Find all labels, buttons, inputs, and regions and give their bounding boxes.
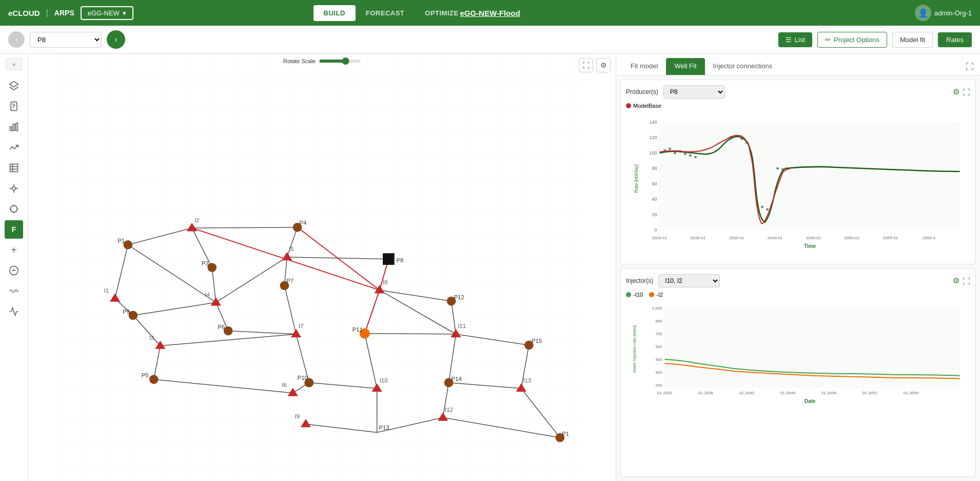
- producer-chart-icons: ⚙ ⛶: [953, 87, 970, 97]
- model-base-legend-label: ModelBase: [633, 103, 661, 109]
- svg-text:01-2056: 01-2056: [904, 391, 919, 395]
- svg-text:01-2052: 01-2052: [863, 391, 878, 395]
- svg-text:2050-01: 2050-01: [845, 236, 860, 240]
- sidebar-icon-wave[interactable]: [5, 282, 23, 300]
- svg-text:120: 120: [649, 135, 657, 140]
- svg-text:20: 20: [652, 212, 657, 217]
- producer-label: Producer(s): [626, 88, 658, 95]
- sidebar-icon-crosshair[interactable]: [5, 200, 23, 218]
- i10-legend: -I10: [626, 292, 643, 298]
- svg-text:01-2048: 01-2048: [821, 391, 837, 395]
- list-button[interactable]: ☰ List: [778, 32, 812, 47]
- user-name: admin-Org-1: [934, 9, 972, 17]
- rates-label: Rates: [946, 36, 964, 44]
- producer-chart-section: Producer(s) P8 ⚙ ⛶ ModelBase: [620, 80, 976, 264]
- svg-text:01-2036: 01-2036: [698, 391, 714, 395]
- producer-settings-icon[interactable]: ⚙: [953, 87, 959, 97]
- svg-point-74: [129, 311, 138, 320]
- injector-expand-icon[interactable]: ⛶: [963, 277, 970, 285]
- project-options-button[interactable]: ✏ Project Options: [817, 32, 887, 48]
- svg-text:140: 140: [649, 120, 657, 125]
- svg-text:400: 400: [655, 357, 662, 362]
- sidebar-icon-add[interactable]: +: [5, 241, 23, 259]
- panel-tabs: Fit model Well Fit Injector connections …: [616, 54, 980, 75]
- svg-text:01-2044: 01-2044: [780, 391, 796, 395]
- sidebar-expand-button[interactable]: »: [6, 58, 22, 70]
- model-fit-button[interactable]: Model fit: [892, 32, 933, 48]
- sidebar-icon-layers[interactable]: [5, 76, 23, 95]
- sidebar-icon-calc[interactable]: [5, 261, 23, 280]
- svg-text:I6: I6: [282, 382, 286, 388]
- injector-settings-icon[interactable]: ⚙: [953, 276, 959, 285]
- svg-point-158: [776, 167, 779, 170]
- sidebar-icon-well[interactable]: F: [5, 220, 23, 239]
- pencil-icon: ✏: [825, 36, 831, 44]
- bottom-chart-legend: -I10 -I2: [626, 292, 970, 301]
- rates-button[interactable]: Rates: [938, 32, 972, 47]
- svg-text:P12: P12: [454, 294, 464, 300]
- sidebar-icon-table[interactable]: [5, 159, 23, 177]
- main-nav: BUILD FORECAST OPTIMIZE: [313, 5, 469, 21]
- toolbar: ‹ P8 › ☰ List ✏ Project Options Model fi…: [0, 26, 980, 54]
- svg-text:I5: I5: [289, 246, 293, 252]
- i10-legend-dot: [626, 292, 631, 297]
- svg-text:2030-01: 2030-01: [691, 236, 706, 240]
- svg-text:700: 700: [655, 332, 662, 336]
- user-info: 👤 admin-Org-1: [915, 5, 972, 21]
- svg-text:I2: I2: [194, 217, 199, 223]
- sidebar-icon-document[interactable]: [5, 97, 23, 116]
- injector-selector[interactable]: I10, I2: [658, 274, 720, 287]
- sidebar-icon-asterisk[interactable]: [5, 179, 23, 198]
- svg-text:P10: P10: [298, 375, 308, 381]
- svg-point-79: [149, 375, 159, 384]
- svg-text:2060-0: 2060-0: [923, 236, 935, 240]
- well-selector[interactable]: P8: [30, 32, 102, 48]
- project-btn-label: eGG-NEW: [88, 9, 120, 17]
- main-layout: » F +: [0, 54, 980, 481]
- svg-text:Rate [bbl/day]: Rate [bbl/day]: [634, 164, 639, 193]
- svg-text:P8: P8: [396, 257, 403, 263]
- producer-selector[interactable]: P8: [663, 85, 725, 99]
- next-well-button[interactable]: ›: [107, 30, 125, 49]
- svg-text:900: 900: [655, 319, 662, 323]
- injector-chart-section: Injector(s) I10, I2 ⚙ ⛶ -I10 -I2: [620, 268, 976, 477]
- svg-text:I9: I9: [295, 413, 300, 419]
- svg-text:P3: P3: [202, 260, 209, 266]
- sidebar: » F +: [0, 54, 28, 481]
- svg-point-148: [684, 153, 687, 156]
- project-title: eGG-NEW-Flood: [460, 9, 520, 17]
- nav-build[interactable]: BUILD: [313, 5, 356, 21]
- svg-rect-7: [16, 123, 17, 131]
- svg-text:2040-01: 2040-01: [768, 236, 783, 240]
- svg-text:P13: P13: [379, 425, 389, 431]
- map-expand-button[interactable]: ⛶: [579, 58, 593, 72]
- rotate-scale-control: Rotate Scale: [283, 58, 361, 64]
- producer-expand-icon[interactable]: ⛶: [963, 88, 970, 97]
- sidebar-icon-chart-bar[interactable]: [5, 118, 23, 136]
- sidebar-icon-trend[interactable]: [5, 138, 23, 157]
- svg-text:200: 200: [655, 383, 662, 388]
- nav-forecast[interactable]: FORECAST: [356, 5, 415, 21]
- tab-fit-model[interactable]: Fit model: [622, 58, 666, 75]
- toolbar-right: ☰ List ✏ Project Options Model fit Rates: [778, 32, 972, 48]
- list-icon: ☰: [786, 36, 792, 44]
- tab-well-fit[interactable]: Well Fit: [666, 58, 704, 75]
- svg-point-145: [669, 148, 671, 150]
- i2-legend-dot: [649, 292, 654, 297]
- svg-rect-6: [13, 124, 14, 131]
- svg-text:I3: I3: [149, 335, 154, 341]
- sidebar-icon-signal[interactable]: [5, 302, 23, 321]
- svg-text:P1: P1: [562, 431, 569, 437]
- panel-fullscreen-button[interactable]: ⛶: [966, 62, 974, 71]
- svg-rect-143: [660, 122, 960, 230]
- project-options-label: Project Options: [834, 36, 879, 44]
- svg-point-149: [689, 155, 692, 157]
- project-dropdown-button[interactable]: eGG-NEW ▾: [81, 6, 133, 20]
- prev-well-button[interactable]: ‹: [8, 31, 25, 48]
- svg-rect-5: [10, 127, 12, 131]
- rotate-scale-slider[interactable]: [320, 60, 361, 63]
- tab-injector-connections[interactable]: Injector connections: [705, 58, 781, 75]
- svg-text:P7: P7: [286, 278, 293, 284]
- map-settings-button[interactable]: ⚙: [596, 58, 611, 72]
- svg-text:I7: I7: [299, 323, 303, 329]
